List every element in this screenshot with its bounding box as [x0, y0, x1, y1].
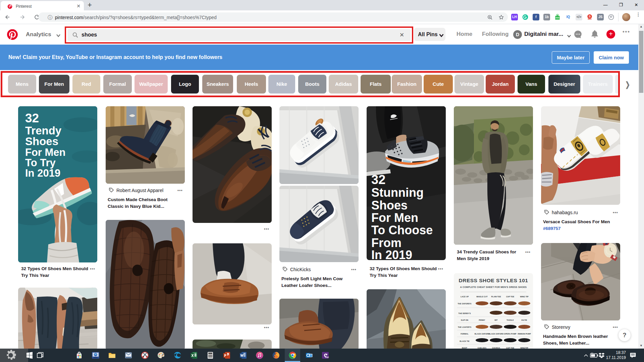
svg-text:DRESS SHOE STYLES 101: DRESS SHOE STYLES 101 [459, 278, 528, 283]
svg-text:THE OXFORD'S: THE OXFORD'S [458, 303, 471, 305]
svg-text:WING TIP: WING TIP [520, 296, 528, 298]
svg-text:KILTIE: KILTIE [521, 319, 527, 321]
svg-text:Shoes: Shoes [25, 135, 58, 147]
svg-text:BLACK OXFORD: BLACK OXFORD [475, 333, 489, 335]
svg-text:From: From [371, 236, 401, 250]
svg-text:TASSLE: TASSLE [506, 319, 514, 321]
svg-text:S: S [589, 15, 591, 18]
svg-text:To Choose: To Choose [371, 223, 433, 237]
svg-text:BLACK TIE: BLACK TIE [460, 340, 470, 342]
svg-text:32: 32 [371, 173, 385, 187]
svg-text:THE LOAFER'S: THE LOAFER'S [458, 326, 471, 328]
svg-text:WHOLE CUT: WHOLE CUT [476, 296, 488, 298]
svg-text:32: 32 [25, 111, 39, 125]
svg-text:AVG: AVG [555, 17, 560, 19]
svg-text:PDF: PDF [325, 356, 329, 358]
svg-text:THE DERBY'S: THE DERBY'S [459, 312, 471, 314]
svg-text:RIBBON PUMP: RIBBON PUMP [518, 333, 531, 335]
svg-text:SEO: SEO [588, 18, 591, 20]
svg-text:In 2019: In 2019 [371, 248, 412, 260]
svg-text:Stunning: Stunning [371, 186, 424, 199]
svg-text:BLACK OXFORD: BLACK OXFORD [489, 333, 503, 335]
svg-text:FORMAL: FORMAL [461, 333, 469, 335]
svg-text:For Men: For Men [371, 211, 418, 225]
svg-text:Shoes: Shoes [371, 198, 408, 212]
svg-text:BIT: BIT [495, 319, 498, 321]
svg-text:PENNY: PENNY [479, 319, 485, 321]
svg-text:PLAIN TOE: PLAIN TOE [491, 296, 501, 298]
svg-text:LACE UP: LACE UP [461, 296, 469, 298]
svg-text:SLIP ON: SLIP ON [461, 319, 468, 321]
svg-text:For Men: For Men [25, 146, 66, 158]
svg-text:CAP TOE: CAP TOE [506, 296, 515, 298]
svg-text:A COMPLETE CHEAT SHEET FOR MEN: A COMPLETE CHEAT SHEET FOR MEN'S DRESS S… [460, 286, 527, 288]
svg-text:OPERA PUMP: OPERA PUMP [504, 333, 517, 335]
svg-text:In 2019: In 2019 [25, 167, 60, 179]
svg-text:To Try: To Try [25, 157, 56, 169]
